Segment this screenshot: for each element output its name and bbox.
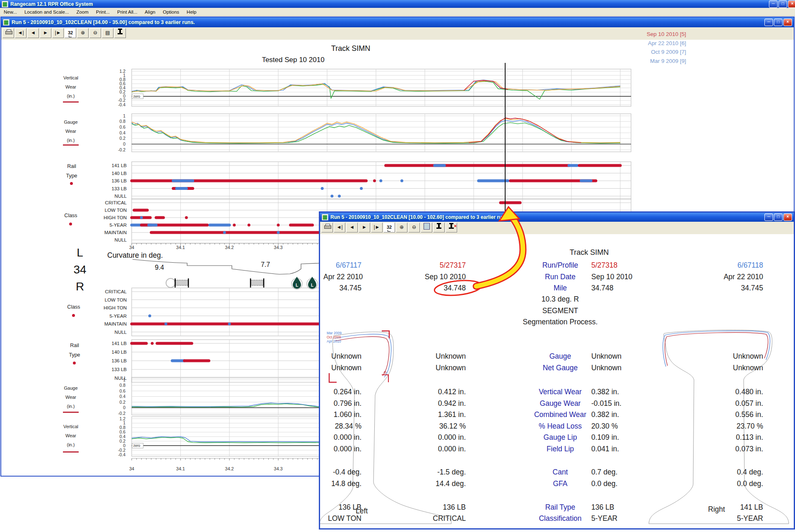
measure-value: 136 LB: [415, 503, 466, 512]
prev-button[interactable]: ◄: [346, 223, 358, 232]
window2-maximize-button[interactable]: □: [774, 213, 783, 221]
category-row-label: 140 LB: [112, 350, 127, 355]
scatter-dot: [248, 224, 251, 227]
window2-close-button[interactable]: ×: [783, 213, 792, 221]
measure-label: Vertical Wear: [518, 388, 602, 396]
zero-label: zero: [133, 443, 140, 448]
measure-value: LOW TON: [323, 514, 361, 523]
scatter-dot: [277, 224, 280, 227]
measure-value: Unknown: [591, 352, 653, 361]
y-axis-tick-label: 0.8: [119, 119, 125, 124]
category-row-label: 133 LB: [112, 186, 127, 191]
y-axis-tick-label: 1: [123, 113, 125, 118]
zoom-in-button[interactable]: ⊕: [396, 223, 407, 232]
window-run5-zoom: ▦ Run 5 - 20100910_10_102CLEAN [10.00 - …: [319, 211, 795, 530]
measure-value: 14.8 deg.: [323, 479, 361, 488]
measure-value: 5-YEAR: [708, 514, 763, 523]
profile-legend-entry: Oct 2009: [327, 335, 341, 339]
window2-minimize-button[interactable]: ─: [764, 213, 773, 221]
page-size-button[interactable]: 32: [383, 223, 395, 232]
segment-info-line: 10.3 deg. R: [494, 295, 626, 304]
measure-value: 0.7 deg.: [591, 468, 653, 477]
switch-icon: [166, 278, 175, 288]
scatter-dot: [379, 180, 382, 182]
run-number: 5/27318: [591, 261, 653, 270]
measure-label: Field Lip: [518, 445, 602, 453]
zero-label: zero: [133, 94, 140, 98]
measure-value: Unknown: [591, 364, 653, 372]
go-last-button[interactable]: |►: [371, 223, 383, 232]
lubricator-letter: L: [296, 283, 298, 288]
segment-info-line: SEGMENT: [494, 307, 626, 315]
measure-value: Unknown: [415, 352, 466, 361]
y-axis-tick-label: 0.2: [119, 136, 125, 141]
run-number: 6/67118: [708, 261, 763, 270]
y-axis-tick-label: 0.4: [119, 130, 125, 135]
measure-label: Combined Wear: [518, 410, 602, 419]
measure-label: GFA: [518, 479, 602, 488]
measure-value: Unknown: [323, 352, 361, 361]
y-axis-tick-label: -0.2: [118, 411, 125, 416]
category-row-label: NULL: [115, 376, 127, 381]
category-row-label: CRITICAL: [105, 200, 127, 205]
measure-value: 23.70 %: [708, 422, 763, 431]
measure-value: Unknown: [708, 364, 763, 372]
rail-profile-button[interactable]: [433, 223, 445, 232]
measure-value: 0.4 deg.: [708, 468, 763, 477]
category-row-label: HIGH TON: [104, 305, 127, 310]
measure-value: CRITICAL: [415, 514, 466, 523]
run-mile: 34.745: [708, 284, 763, 292]
measure-value: Unknown: [415, 364, 466, 372]
y-axis-tick-label: -0.2: [118, 147, 125, 152]
y-axis-tick-label: 0.6: [119, 125, 125, 129]
category-row-label: 141 LB: [112, 163, 127, 168]
window2-icon: ▦: [322, 214, 328, 220]
y-axis-tick-label: 0.4: [119, 394, 125, 399]
right-rail-profile-apr2010: [663, 331, 770, 367]
measure-value: 0.942 in.: [415, 399, 466, 408]
zoom-out-button[interactable]: ⊖: [408, 223, 420, 232]
y-axis-tick-label: 0.6: [119, 388, 125, 393]
rail-profile-close-button[interactable]: ×: [446, 223, 457, 232]
ruler-button[interactable]: [421, 223, 432, 232]
measure-value: 1.361 in.: [415, 410, 466, 419]
category-row-label: 141 LB: [112, 341, 127, 346]
scatter-dot: [360, 187, 363, 190]
scatter-dot: [373, 180, 376, 182]
category-row-label: 5-YEAR: [109, 314, 127, 319]
measure-value: Unknown: [708, 352, 763, 361]
measure-value: 0.000 in.: [415, 433, 466, 442]
measure-label: Rail Type: [518, 503, 602, 512]
go-first-button[interactable]: ◄|: [334, 223, 345, 232]
category-row-label: 140 LB: [112, 171, 127, 176]
next-button[interactable]: ►: [359, 223, 370, 232]
category-row-label: LOW TON: [105, 297, 127, 302]
measure-value: 136 LB: [591, 503, 653, 512]
measure-value: 0.264 in.: [323, 388, 361, 396]
category-row-label: MAINTAIN: [104, 321, 127, 326]
measure-value: 20.30 %: [591, 422, 653, 431]
measure-label: Gauge Lip: [518, 433, 602, 442]
measure-value: 0.113 in.: [708, 433, 763, 442]
measure-label: Net Gauge: [518, 364, 602, 372]
measure-value: 0.382 in.: [591, 410, 653, 419]
x-axis-tick-label: 34: [129, 466, 134, 471]
curvature-value-label: 9.4: [155, 264, 164, 271]
measure-label: Gauge: [518, 352, 602, 361]
measure-value: 0.000 in.: [323, 433, 361, 442]
curvature-value-label: 7.7: [261, 261, 270, 268]
profile-legend-entry: Mar 2009: [327, 331, 342, 335]
category-row-label: 5-YEAR: [109, 223, 127, 228]
x-axis-tick-label: 34.1: [176, 466, 185, 471]
print-button[interactable]: [321, 223, 333, 232]
category-row-label: MAINTAIN: [104, 230, 127, 235]
run-mile: 34.748: [415, 284, 466, 292]
scatter-dot: [338, 195, 341, 198]
run-number: 6/67117: [323, 261, 361, 270]
mile-cursor-line[interactable]: [505, 63, 506, 212]
category-row-label: NULL: [115, 194, 127, 199]
measure-value: 0.382 in.: [591, 388, 653, 396]
x-axis-tick-label: 34.3: [274, 245, 282, 250]
window2-titlebar: ▦ Run 5 - 20100910_10_102CLEAN [10.00 - …: [320, 213, 794, 222]
measure-value: 0.480 in.: [708, 388, 763, 396]
